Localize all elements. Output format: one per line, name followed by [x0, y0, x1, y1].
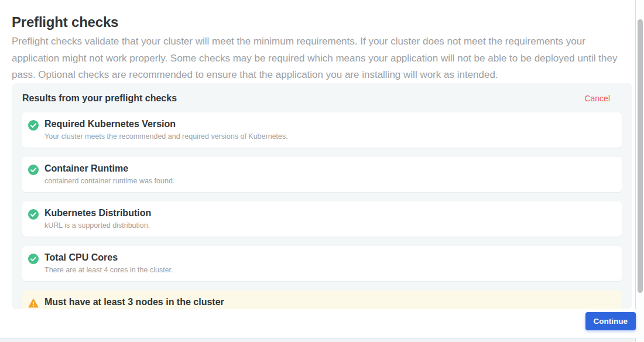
check-title: Total CPU Cores: [44, 252, 173, 263]
page-description: Preflight checks validate that your clus…: [12, 33, 626, 84]
check-body: Kubernetes Distribution kURL is a suppor…: [44, 208, 151, 230]
panel-header: Results from your preflight checks Cance…: [22, 93, 622, 104]
check-passed-icon: [28, 165, 39, 175]
check-title: Container Runtime: [44, 163, 174, 174]
check-message: kURL is a supported distribution.: [44, 221, 151, 230]
check-card: Must have at least 3 nodes in the cluste…: [22, 290, 622, 309]
check-body: Total CPU Cores There are at least 4 cor…: [44, 252, 173, 274]
next-section-edge: [0, 338, 635, 342]
check-message: Your cluster meets the recommended and r…: [44, 132, 288, 141]
check-body: Container Runtime containerd container r…: [44, 163, 174, 185]
check-card: Required Kubernetes Version Your cluster…: [22, 112, 622, 148]
checks-list: Required Kubernetes Version Your cluster…: [22, 112, 622, 309]
panel-title: Results from your preflight checks: [22, 93, 177, 104]
check-passed-icon: [28, 120, 39, 131]
check-body: Must have at least 3 nodes in the cluste…: [44, 297, 224, 309]
check-message: There are at least 4 cores in the cluste…: [44, 266, 173, 274]
scrollbar-thumb[interactable]: [638, 19, 643, 293]
check-message: containerd container runtime was found.: [44, 177, 174, 185]
page-title: Preflight checks: [12, 14, 118, 30]
preflight-checks-page: Preflight checks Preflight checks valida…: [0, 0, 644, 342]
check-card: Container Runtime containerd container r…: [22, 157, 622, 192]
footer-bar: Continue: [0, 309, 636, 338]
check-title: Required Kubernetes Version: [44, 119, 288, 129]
check-body: Required Kubernetes Version Your cluster…: [44, 119, 288, 141]
continue-button[interactable]: Continue: [585, 312, 636, 330]
scrollbar-track[interactable]: [635, 0, 644, 342]
check-title: Kubernetes Distribution: [44, 208, 151, 218]
check-passed-icon: [28, 254, 39, 264]
cancel-button[interactable]: Cancel: [584, 94, 610, 103]
check-card: Kubernetes Distribution kURL is a suppor…: [22, 201, 622, 237]
check-title: Must have at least 3 nodes in the cluste…: [44, 297, 224, 307]
warning-icon: [28, 298, 39, 309]
check-passed-icon: [28, 209, 39, 220]
check-card: Total CPU Cores There are at least 4 cor…: [22, 246, 622, 281]
preflight-results-panel: Results from your preflight checks Cance…: [12, 83, 632, 309]
